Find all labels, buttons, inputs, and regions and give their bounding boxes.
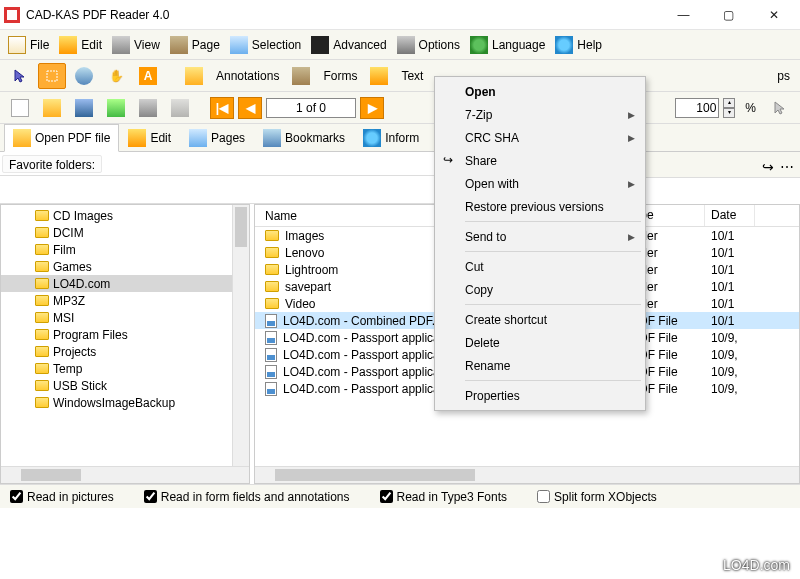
- ctx-share[interactable]: ↪Share: [437, 149, 643, 172]
- menu-edit[interactable]: Edit: [59, 36, 102, 54]
- language-icon: [470, 36, 488, 54]
- scan-icon: [171, 99, 189, 117]
- read-type3-check[interactable]: Read in Type3 Fonts: [380, 490, 508, 504]
- ctx-7zip[interactable]: 7-Zip▶: [437, 103, 643, 126]
- tree-item-label: WindowsImageBackup: [53, 396, 175, 410]
- ctx-create-shortcut[interactable]: Create shortcut: [437, 308, 643, 331]
- forms-button[interactable]: [287, 63, 315, 89]
- share-icon[interactable]: ↪: [762, 159, 774, 175]
- tree-item[interactable]: CD Images: [1, 207, 232, 224]
- annotations-button[interactable]: [180, 63, 208, 89]
- tree-item-label: Projects: [53, 345, 96, 359]
- options-icon: [397, 36, 415, 54]
- save-green-button[interactable]: [102, 95, 130, 121]
- ctx-copy[interactable]: Copy: [437, 278, 643, 301]
- ctx-open[interactable]: Open: [437, 80, 643, 103]
- folder-icon: [35, 397, 49, 408]
- tab-strip: Open PDF file Edit Pages Bookmarks Infor…: [0, 124, 800, 152]
- ctx-crc-sha[interactable]: CRC SHA▶: [437, 126, 643, 149]
- forms-label: Forms: [319, 69, 361, 83]
- tab-edit[interactable]: Edit: [119, 124, 180, 152]
- read-forms-check[interactable]: Read in form fields and annotations: [144, 490, 350, 504]
- list-hscroll[interactable]: [255, 466, 799, 483]
- menu-selection[interactable]: Selection: [230, 36, 301, 54]
- menu-file[interactable]: File: [8, 36, 49, 54]
- zoom-spinner[interactable]: ▴▾: [723, 98, 735, 118]
- edit-tab-icon: [128, 129, 146, 147]
- ctx-separator: [465, 304, 641, 305]
- minimize-button[interactable]: —: [661, 1, 706, 29]
- tree-item[interactable]: Games: [1, 258, 232, 275]
- tree-item[interactable]: Program Files: [1, 326, 232, 343]
- maximize-button[interactable]: ▢: [706, 1, 751, 29]
- folder-icon: [35, 312, 49, 323]
- tab-information[interactable]: Inform: [354, 124, 428, 152]
- save-button[interactable]: [70, 95, 98, 121]
- folder-tree[interactable]: CD ImagesDCIMFilmGamesLO4D.comMP3ZMSIPro…: [1, 205, 232, 466]
- read-pictures-check[interactable]: Read in pictures: [10, 490, 114, 504]
- text-label: Text: [397, 69, 427, 83]
- tree-item[interactable]: DCIM: [1, 224, 232, 241]
- pointer-button[interactable]: [6, 63, 34, 89]
- cursor-tool-button[interactable]: [766, 95, 794, 121]
- tree-item[interactable]: WindowsImageBackup: [1, 394, 232, 411]
- ctx-cut[interactable]: Cut: [437, 255, 643, 278]
- tab-open-pdf[interactable]: Open PDF file: [4, 124, 119, 152]
- menu-view[interactable]: View: [112, 36, 160, 54]
- file-date: 10/1: [705, 280, 755, 294]
- zoom-input[interactable]: [675, 98, 719, 118]
- context-menu: Open 7-Zip▶ CRC SHA▶ ↪Share Open with▶ R…: [434, 76, 646, 411]
- ctx-delete[interactable]: Delete: [437, 331, 643, 354]
- text-tool-button[interactable]: A: [134, 63, 162, 89]
- tab-bookmarks[interactable]: Bookmarks: [254, 124, 354, 152]
- file-name: Lightroom: [285, 263, 338, 277]
- more-icon[interactable]: ⋯: [780, 159, 794, 175]
- print-button[interactable]: [134, 95, 162, 121]
- ctx-properties[interactable]: Properties: [437, 384, 643, 407]
- new-doc-button[interactable]: [6, 95, 34, 121]
- tree-item[interactable]: MSI: [1, 309, 232, 326]
- tree-vscroll[interactable]: [232, 205, 249, 466]
- info-tab-icon: [363, 129, 381, 147]
- menu-language[interactable]: Language: [470, 36, 545, 54]
- new-icon: [11, 99, 29, 117]
- scan-button[interactable]: [166, 95, 194, 121]
- stamps-tail-label: ps: [773, 69, 794, 83]
- tree-hscroll[interactable]: [1, 466, 249, 483]
- zoom-pct-label: %: [745, 101, 756, 115]
- menu-help[interactable]: Help: [555, 36, 602, 54]
- ctx-separator: [465, 380, 641, 381]
- next-page-button[interactable]: ▶: [360, 97, 384, 119]
- app-icon: [4, 7, 20, 23]
- ctx-open-with[interactable]: Open with▶: [437, 172, 643, 195]
- marquee-button[interactable]: [38, 63, 66, 89]
- tab-pages[interactable]: Pages: [180, 124, 254, 152]
- first-page-button[interactable]: |◀: [210, 97, 234, 119]
- pdf-icon: [265, 382, 277, 396]
- menu-page[interactable]: Page: [170, 36, 220, 54]
- menu-advanced[interactable]: Advanced: [311, 36, 386, 54]
- tree-item[interactable]: Temp: [1, 360, 232, 377]
- menu-options[interactable]: Options: [397, 36, 460, 54]
- tree-item[interactable]: Film: [1, 241, 232, 258]
- split-xobjects-check[interactable]: Split form XObjects: [537, 490, 657, 504]
- tree-item[interactable]: USB Stick: [1, 377, 232, 394]
- ctx-restore[interactable]: Restore previous versions: [437, 195, 643, 218]
- col-date[interactable]: Date: [705, 205, 755, 226]
- open-doc-button[interactable]: [38, 95, 66, 121]
- text-button[interactable]: [365, 63, 393, 89]
- zoom-button[interactable]: [70, 63, 98, 89]
- file-name: savepart: [285, 280, 331, 294]
- tree-item[interactable]: LO4D.com: [1, 275, 232, 292]
- page-number-input[interactable]: [266, 98, 356, 118]
- ctx-send-to[interactable]: Send to▶: [437, 225, 643, 248]
- tree-item[interactable]: MP3Z: [1, 292, 232, 309]
- hand-button[interactable]: ✋: [102, 63, 130, 89]
- help-icon: [555, 36, 573, 54]
- prev-page-button[interactable]: ◀: [238, 97, 262, 119]
- advanced-icon: [311, 36, 329, 54]
- chevron-right-icon: ▶: [628, 110, 635, 120]
- tree-item[interactable]: Projects: [1, 343, 232, 360]
- ctx-rename[interactable]: Rename: [437, 354, 643, 377]
- close-button[interactable]: ✕: [751, 1, 796, 29]
